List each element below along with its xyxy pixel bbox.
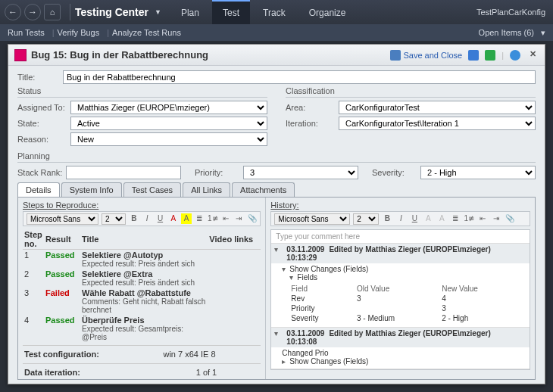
font-color-button[interactable]: A [168,213,178,224]
assigned-to-label: Assigned To: [17,103,70,112]
severity-label: Severity: [372,168,420,177]
underline-button-r[interactable]: U [409,213,420,224]
tab-all-links[interactable]: All Links [183,182,230,197]
status-group-label: Status [17,86,267,98]
repro-pane: Steps to Reproduce: Microsoft Sans 2 B I… [18,198,266,379]
save-and-close-button[interactable]: Save and Close [390,50,462,61]
tab-test-cases[interactable]: Test Cases [123,182,181,197]
home-button[interactable]: ⌂ [44,4,61,20]
italic-button-r[interactable]: I [395,213,406,224]
close-button[interactable]: ✕ [526,49,539,61]
activity-center-title: Testing Center [75,6,148,18]
step-row: 1PassedSelektiere @AutotypExpected resul… [23,250,261,269]
severity-field[interactable]: 2 - High [420,166,536,179]
test-config-value: win 7 x64 IE 8 [163,350,259,359]
steps-table: Step no. Result Title Video links 1Passe… [23,229,261,342]
attachment-button-r[interactable]: 📎 [505,213,515,224]
back-button[interactable]: ← [5,4,21,20]
refresh-button[interactable] [485,50,495,61]
history-label: History: [270,201,530,210]
nav-plan[interactable]: Plan [170,2,210,24]
subnav-verify-bugs[interactable]: Verify Bugs [58,28,100,37]
area-label: Area: [286,103,339,112]
font-select-r[interactable]: Microsoft Sans [274,213,350,225]
sub-nav: Run Tests| Verify Bugs| Analyze Test Run… [0,24,553,41]
rich-toolbar-left: Microsoft Sans 2 B I U A A ≣ 1≢ ⇤ ⇥ 📎 [23,211,261,226]
comment-placeholder[interactable]: Type your comment here [271,230,530,244]
forward-button[interactable]: → [24,4,41,20]
detail-tabs: Details System Info Test Cases All Links… [17,182,536,198]
col-step: Step no. [23,229,44,250]
col-title: Title [80,229,208,250]
app-topbar: ← → ⌂ Testing Center ▼ Plan Test Track O… [0,0,553,24]
testplan-name[interactable]: TestPlanCarKonfig [476,8,548,17]
outdent-button[interactable]: ⇤ [221,213,231,224]
col-result: Result [44,229,80,250]
stack-rank-field[interactable] [66,166,181,179]
work-item-heading: Bug 15: Bug in der Rabattberechnung [31,49,208,61]
state-field[interactable]: Active [70,117,267,130]
help-button[interactable] [510,50,520,61]
tab-details[interactable]: Details [17,182,60,197]
list-ol-button-r[interactable]: 1≢ [464,213,474,224]
save-icon [390,50,401,61]
test-config-label: Test configuration: [24,350,161,359]
iteration-field[interactable]: CarKonfiguratorTest\Iteration 1 [339,117,536,130]
collapse-icon[interactable]: ▾ [274,245,282,262]
nav-track[interactable]: Track [252,2,296,24]
nav-organize[interactable]: Organize [298,2,357,24]
assigned-to-field[interactable]: Matthias Zieger (EUROPE\mzieger) [70,101,267,114]
planning-group-label: Planning [17,151,536,163]
iteration-label: Iteration: [286,119,339,128]
bold-button-r[interactable]: B [382,213,392,224]
highlight-button-r[interactable]: A [436,213,447,224]
outdent-button-r[interactable]: ⇤ [477,213,488,224]
details-pane: Steps to Reproduce: Microsoft Sans 2 B I… [17,198,536,380]
history-pane: History: Microsoft Sans 2 B I U A A ≣ 1≢… [266,198,535,379]
font-select[interactable]: Microsoft Sans [27,213,98,225]
font-size-select[interactable]: 2 [102,213,126,225]
collapse-icon[interactable]: ▾ [274,329,282,346]
subnav-analyze-runs[interactable]: Analyze Test Runs [112,28,181,37]
state-label: State: [17,119,70,128]
tab-system-info[interactable]: System Info [61,182,122,197]
reason-field[interactable]: New [70,132,267,146]
save-button[interactable] [468,50,479,61]
subnav-run-tests[interactable]: Run Tests [8,28,45,37]
history-entry: ▾03.11.2009 10:13:29Edited by Matthias Z… [271,244,530,328]
data-iter-count: 1 of 1 [196,368,260,377]
repro-label: Steps to Reproduce: [23,201,261,210]
font-size-select-r[interactable]: 2 [353,213,379,225]
step-row: 3FailedWähle Rabatt @RabattstufeComments… [23,288,261,315]
indent-button[interactable]: ⇥ [234,213,244,224]
list-ul-button-r[interactable]: ≣ [450,213,461,224]
activity-center-dropdown[interactable]: ▼ [155,8,161,16]
list-ul-button[interactable]: ≣ [195,213,205,224]
work-item-panel: Bug 15: Bug in der Rabattberechnung Save… [8,44,545,384]
italic-button[interactable]: I [142,213,152,224]
col-video: Video links [208,229,261,250]
nav-test[interactable]: Test [212,0,250,24]
step-row: 4PassedÜberprüfe PreisExpected result: G… [23,315,261,342]
classification-group-label: Classification [286,86,536,98]
title-field[interactable] [63,70,536,84]
step-row: 2PassedSelektiere @ExtraExpected result:… [23,269,261,288]
rich-toolbar-right: Microsoft Sans 2 B I U A A ≣ 1≢ ⇤ ⇥ 📎 [270,211,530,226]
panel-header: Bug 15: Bug in der Rabattberechnung Save… [8,45,545,66]
chevron-down-icon[interactable]: ▾ [541,28,545,37]
data-iter-label: Data iteration: [24,368,195,377]
bold-button[interactable]: B [129,213,139,224]
history-list[interactable]: Type your comment here ▾03.11.2009 10:13… [270,229,530,370]
area-field[interactable]: CarKonfiguratorTest [339,101,536,114]
open-items-link[interactable]: Open Items (6) [479,28,534,37]
attachment-button[interactable]: 📎 [247,213,257,224]
bug-icon [14,49,27,61]
indent-button-r[interactable]: ⇥ [491,213,501,224]
font-color-button-r[interactable]: A [423,213,433,224]
reason-label: Reason: [17,135,70,144]
list-ol-button[interactable]: 1≢ [208,213,218,224]
underline-button[interactable]: U [155,213,165,224]
tab-attachments[interactable]: Attachments [232,182,295,197]
priority-field[interactable]: 3 [243,166,358,179]
highlight-button[interactable]: A [181,213,191,224]
